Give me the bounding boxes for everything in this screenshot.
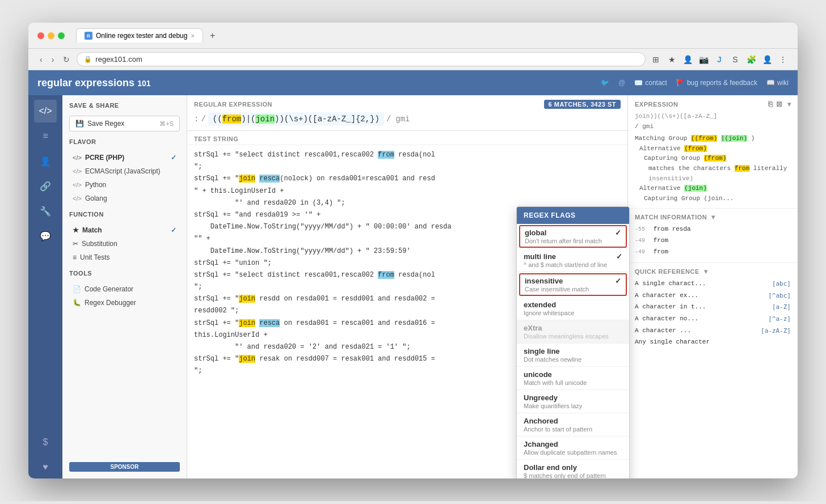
sidebar-icon-heart[interactable]: ♥ xyxy=(34,456,57,478)
reference-collapse[interactable]: ▾ xyxy=(704,268,708,276)
flavor-pcre-icon: </> xyxy=(73,154,82,161)
flag-dollar-end[interactable]: Dollar end only $ matches only end of pa… xyxy=(517,460,629,478)
tool-code-generator[interactable]: 📄 Code Generator xyxy=(69,283,180,295)
code-gen-icon: 📄 xyxy=(73,285,81,293)
save-regex-button[interactable]: 💾 Save Regex ⌘+S xyxy=(69,116,180,132)
app-header-right: 🐦 @ ✉️ contact 🚩 bug reports & feedback … xyxy=(601,79,789,87)
ref-item-4: A character no... [^a-z] xyxy=(635,314,791,324)
flag-multiline[interactable]: multi line ✓ ^ and $ match start/end of … xyxy=(517,249,629,272)
unit-tests-icon: ≡ xyxy=(73,253,77,261)
bookmark-icon[interactable]: ★ xyxy=(666,54,677,65)
translate-icon[interactable]: ⊞ xyxy=(650,54,661,65)
flag-anchored-name: Anchored xyxy=(524,417,622,425)
user-avatar[interactable]: 👤 xyxy=(761,54,773,65)
sidebar-icon-tools[interactable]: 🔧 xyxy=(34,200,57,222)
sidebar-icon-dollar[interactable]: $ xyxy=(34,431,57,454)
flag-ungreedy-name: Ungreedy xyxy=(524,393,622,402)
flavor-golang[interactable]: </> Golang xyxy=(69,193,180,204)
flag-insensitive-check: ✓ xyxy=(615,277,621,285)
bug-reports-label: bug reports & feedback xyxy=(687,79,757,87)
flavor-ecmascript[interactable]: </> ECMAScript (JavaScript) xyxy=(69,166,180,177)
wiki-label: wiki xyxy=(777,79,789,87)
match-item-3: -49 from xyxy=(635,247,791,257)
ext-icon-s[interactable]: S xyxy=(730,54,741,65)
flag-extended[interactable]: extended Ignore whitespace xyxy=(517,297,629,320)
forward-button[interactable]: › xyxy=(49,54,57,65)
flavor-python[interactable]: </> Python xyxy=(69,179,180,190)
regex-input[interactable]: : / ((from)|(join))(\s+)([a-zA-Z_]{2,}) … xyxy=(194,112,621,126)
flag-unicode-name: unicode xyxy=(524,370,622,379)
copy-icon[interactable]: ⎘ xyxy=(768,100,773,108)
flag-extended-desc: Ignore whitespace xyxy=(524,310,622,316)
reload-button[interactable]: ↻ xyxy=(61,54,72,65)
match-result-title: MATCH INFORMATION ▾ xyxy=(635,213,791,221)
wiki-icon: 📖 xyxy=(766,79,775,87)
flags-dropdown[interactable]: REGEX FLAGS global ✓ Don't return after … xyxy=(516,206,630,478)
flag-anchored[interactable]: Anchored Anchor to start of pattern xyxy=(517,413,629,437)
flag-unicode-desc: Match with full unicode xyxy=(524,379,622,386)
active-tab[interactable]: R Online regex tester and debug × xyxy=(76,28,203,43)
expression-tools: ⎘ ⊠ xyxy=(768,100,783,108)
minimize-button[interactable] xyxy=(48,32,54,39)
flag-extra: eXtra Disallow meaningless escapes xyxy=(517,320,629,344)
regex-content: ((from)|(join))(\s+)([a-zA-Z_]{2,}) xyxy=(208,112,384,126)
tool-regex-debugger[interactable]: 🐛 Regex Debugger xyxy=(69,297,180,308)
flag-global[interactable]: global ✓ Don't return after first match xyxy=(519,225,627,248)
code-line-3: strSql += "join resca(nolock) on resda00… xyxy=(194,173,621,184)
code-line-1: strSql += "select distinct resca001,resc… xyxy=(194,150,621,160)
logo-expressions: expressions xyxy=(75,77,134,88)
tab-close-button[interactable]: × xyxy=(191,32,194,39)
sidebar-icon-user[interactable]: 👤 xyxy=(34,150,57,172)
expr-line-2: / gmi xyxy=(635,122,791,132)
app: regular expressions 101 🐦 @ ✉️ contact 🚩… xyxy=(28,70,798,478)
regex-slash-open: / xyxy=(201,115,205,124)
flag-singleline[interactable]: single line Dot matches newline xyxy=(517,344,629,367)
flag-singleline-name: single line xyxy=(524,347,622,355)
flavor-python-icon: </> xyxy=(73,181,82,188)
reference-section: QUICK REFERENCE ▾ A single charact... [a… xyxy=(628,263,798,478)
sponsor-badge[interactable]: SPONSOR xyxy=(69,462,180,472)
screenshot-icon[interactable]: 📷 xyxy=(698,54,709,65)
flag-global-name: global ✓ xyxy=(525,228,621,237)
contact-icon: ✉️ xyxy=(634,79,643,87)
flag-insensitive-desc: Case insensitive match xyxy=(525,286,621,293)
expression-collapse[interactable]: ▾ xyxy=(787,100,791,108)
maximize-button[interactable] xyxy=(58,32,65,39)
address-input[interactable]: 🔒 regex101.com xyxy=(77,52,646,66)
ext-icon-j[interactable]: J xyxy=(714,54,725,65)
regex-open-delim: : xyxy=(194,115,199,124)
sidebar-icon-code[interactable]: </> xyxy=(34,100,57,122)
sidebar-icon-chat[interactable]: 💬 xyxy=(34,225,57,247)
flag-insensitive[interactable]: insensitive ✓ Case insensitive match xyxy=(519,273,627,296)
expr-line-3: Matching Group ((from) |(join) ) xyxy=(635,134,791,144)
function-unit-tests[interactable]: ≡ Unit Tests xyxy=(69,252,180,263)
flag-singleline-desc: Dot matches newline xyxy=(524,356,622,363)
wiki-link[interactable]: 📖 wiki xyxy=(766,79,789,87)
expand-icon[interactable]: ⊠ xyxy=(776,100,783,108)
flavor-golang-label: Golang xyxy=(85,194,107,202)
flag-unicode[interactable]: unicode Match with full unicode xyxy=(517,367,629,390)
lock-icon: 🔒 xyxy=(84,56,92,63)
flag-ungreedy[interactable]: Ungreedy Make quantifiers lazy xyxy=(517,390,629,413)
back-button[interactable]: ‹ xyxy=(37,54,45,65)
extensions-icon[interactable]: 🧩 xyxy=(745,54,757,65)
sidebar-icon-list[interactable]: ≡ xyxy=(34,125,57,147)
flag-jchanged[interactable]: Jchanged Allow duplicate subpattern name… xyxy=(517,437,629,460)
match-from-1: from xyxy=(654,237,668,244)
new-tab-button[interactable]: + xyxy=(205,29,220,42)
flavor-pcre[interactable]: </> PCRE (PHP) ✓ xyxy=(69,152,180,163)
tab-bar: R Online regex tester and debug × + xyxy=(76,28,220,43)
function-match[interactable]: ★ Match ✓ xyxy=(69,225,180,236)
bug-reports-link[interactable]: 🚩 bug reports & feedback xyxy=(676,79,757,87)
menu-icon[interactable]: ⋮ xyxy=(777,54,789,65)
ref-label-1: A single charact... xyxy=(635,279,706,289)
close-button[interactable] xyxy=(37,32,44,39)
function-substitution[interactable]: ✂ Substitution xyxy=(69,238,180,249)
expr-line-9: Capturing Group (join... xyxy=(644,194,791,204)
profile-icon[interactable]: 👤 xyxy=(682,54,693,65)
left-panel: SAVE & SHARE 💾 Save Regex ⌘+S FLAVOR </>… xyxy=(62,95,187,478)
contact-link[interactable]: ✉️ contact xyxy=(634,79,667,87)
sidebar-icon-link[interactable]: 🔗 xyxy=(34,175,57,197)
match-collapse[interactable]: ▾ xyxy=(711,213,715,221)
url-text: regex101.com xyxy=(95,55,142,63)
